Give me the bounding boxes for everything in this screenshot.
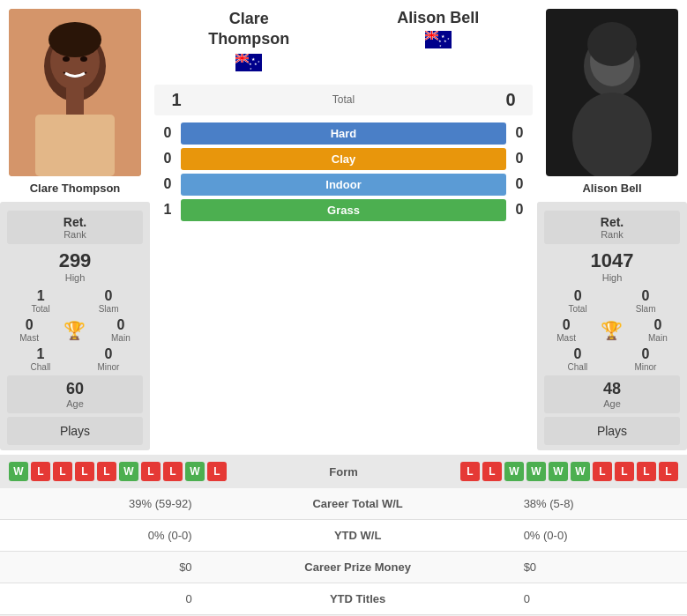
stats-left-value: $0 — [0, 552, 210, 583]
surface-row: 0 Hard 0 — [154, 122, 533, 145]
stats-row: 0% (0-0) YTD W/L 0% (0-0) — [0, 520, 687, 552]
right-chall-value: 0 — [568, 346, 588, 362]
form-badge-l: L — [637, 462, 656, 481]
surface-right-score: 0 — [506, 202, 533, 218]
stats-row: 39% (59-92) Career Total W/L 38% (5-8) — [0, 488, 687, 520]
total-left-score: 1 — [163, 90, 190, 110]
stats-table: 39% (59-92) Career Total W/L 38% (5-8) 0… — [0, 488, 687, 615]
right-player-photo — [546, 9, 678, 176]
svg-text:★: ★ — [258, 60, 260, 63]
left-age-value: 60 — [11, 380, 138, 398]
right-main-label: Main — [648, 333, 668, 343]
form-badge-w: W — [9, 462, 28, 481]
left-chall-value: 1 — [31, 346, 51, 362]
svg-point-5 — [63, 56, 70, 62]
center-panel: ClareThompson — [150, 0, 537, 450]
left-player-stats-box: Ret. Rank 299 High 1 Total 0 — [0, 202, 150, 450]
stats-left-value: 0 — [0, 583, 210, 615]
form-label: Form — [329, 465, 358, 479]
stats-center-label: Career Total W/L — [210, 488, 506, 520]
form-badge-w: W — [504, 462, 524, 481]
surface-row: 1 Grass 0 — [154, 199, 533, 221]
form-badge-l: L — [97, 462, 116, 481]
svg-point-6 — [80, 56, 87, 62]
stats-center-label: YTD Titles — [210, 583, 506, 615]
left-total-value: 1 — [32, 288, 50, 304]
surface-left-score: 0 — [154, 125, 181, 141]
center-left-player-name: ClareThompson — [154, 9, 344, 50]
form-badge-l: L — [141, 462, 161, 481]
right-total-label: Total — [569, 304, 587, 314]
stats-row: $0 Career Prize Money $0 — [0, 552, 687, 583]
right-rank-high-label: High — [544, 272, 680, 283]
left-player-photo — [9, 9, 141, 176]
form-badge-w: W — [526, 462, 546, 481]
stats-center-label: YTD W/L — [210, 520, 506, 552]
stats-right-value: 0% (0-0) — [506, 520, 687, 552]
svg-text:★: ★ — [438, 44, 441, 48]
left-rank-high-label: High — [7, 272, 143, 283]
stats-right-value: 0 — [506, 583, 687, 615]
left-age-label: Age — [11, 398, 138, 409]
left-minor-label: Minor — [97, 362, 119, 372]
stats-center-label: Career Prize Money — [210, 552, 506, 583]
svg-rect-8 — [66, 88, 84, 115]
left-rank-label: Ret. — [11, 215, 138, 229]
form-badge-l: L — [593, 462, 612, 481]
form-badge-l: L — [75, 462, 94, 481]
right-main-value: 0 — [648, 317, 668, 333]
stats-row: 0 YTD Titles 0 — [0, 583, 687, 615]
left-main-value: 0 — [111, 317, 131, 333]
left-rank-sublabel: Rank — [11, 229, 138, 240]
form-badge-l: L — [53, 462, 72, 481]
surface-label-hard: Hard — [181, 122, 506, 145]
center-right-player-name: Alison Bell — [344, 9, 534, 27]
center-left-flag: ★ ★ ★ ★ ★ — [154, 54, 344, 74]
right-age-value: 48 — [549, 380, 676, 398]
surface-rows: 0 Hard 0 0 Clay 0 0 Indoor 0 1 Grass 0 — [154, 122, 533, 225]
svg-text:★: ★ — [250, 67, 252, 71]
stats-left-value: 39% (59-92) — [0, 488, 210, 520]
form-section: WLLLLWLLWL Form LLWWWWLLLL — [0, 455, 687, 488]
left-mast-label: Mast — [19, 333, 39, 343]
player-comparison-top: Clare Thompson Ret. Rank 299 High — [0, 0, 687, 450]
svg-point-46 — [587, 22, 637, 66]
left-main-label: Main — [111, 333, 131, 343]
form-badge-l: L — [659, 462, 678, 481]
surface-row: 0 Indoor 0 — [154, 174, 533, 196]
right-total-value: 0 — [569, 288, 587, 304]
stats-right-value: $0 — [506, 552, 687, 583]
right-mast-value: 0 — [556, 317, 576, 333]
form-badge-l: L — [482, 462, 502, 481]
form-badge-l: L — [207, 462, 227, 481]
left-total-label: Total — [32, 304, 50, 314]
surface-right-score: 0 — [506, 125, 533, 141]
right-chall-label: Chall — [568, 362, 588, 372]
surface-right-score: 0 — [506, 176, 533, 192]
svg-text:★: ★ — [438, 39, 442, 43]
right-rank-sublabel: Rank — [549, 229, 676, 240]
form-badge-l: L — [31, 462, 50, 481]
left-player-panel: Clare Thompson Ret. Rank 299 High — [0, 0, 150, 450]
left-player-name: Clare Thompson — [30, 182, 121, 195]
main-container: Clare Thompson Ret. Rank 299 High — [0, 0, 687, 615]
left-slam-value: 0 — [99, 288, 119, 304]
center-right-flag: ★ ★ ★ ★ ★ — [344, 31, 534, 51]
left-form-badges: WLLLLWLLWL — [9, 462, 227, 481]
surface-right-score: 0 — [506, 151, 533, 167]
surface-left-score: 0 — [154, 151, 181, 167]
total-row: 1 Total 0 — [154, 85, 533, 115]
left-chall-label: Chall — [31, 362, 51, 372]
form-badge-l: L — [615, 462, 634, 481]
total-right-score: 0 — [497, 90, 524, 110]
right-form-badges: LLWWWWLLLL — [460, 462, 678, 481]
right-trophy-icon: 🏆 — [601, 320, 623, 341]
left-rank-high-value: 299 — [7, 249, 143, 272]
left-mast-value: 0 — [19, 317, 39, 333]
form-badge-w: W — [119, 462, 138, 481]
right-player-name: Alison Bell — [582, 182, 641, 195]
surface-label-grass: Grass — [181, 199, 506, 221]
form-badge-w: W — [185, 462, 205, 481]
form-badge-l: L — [163, 462, 183, 481]
form-badge-l: L — [460, 462, 480, 481]
